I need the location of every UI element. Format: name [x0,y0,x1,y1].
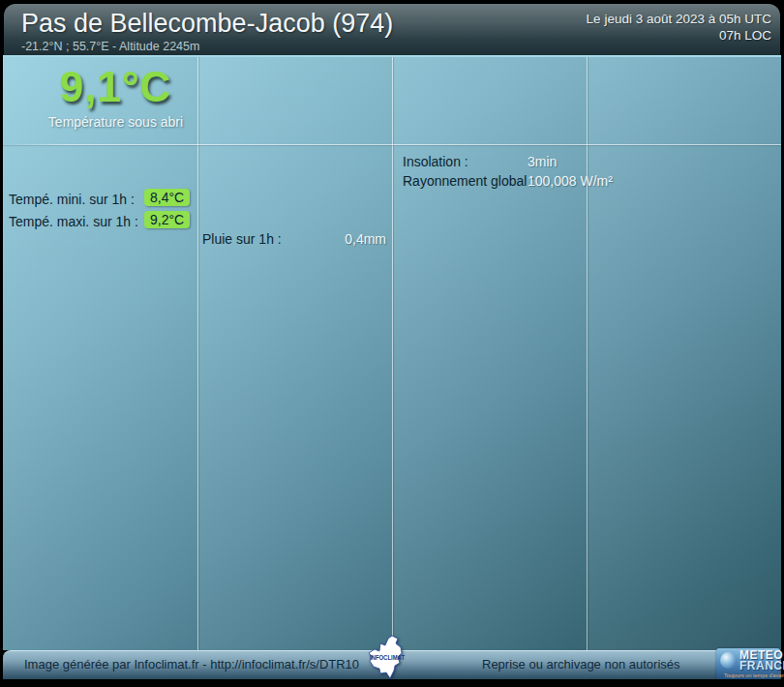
temp-max-value: 9,2°C [144,211,190,228]
temp-min-label: Tempé. mini. sur 1h : [9,192,135,207]
infoclimat-logo: INFOCLIMAT [366,634,410,680]
insolation-value: 3min [528,154,557,169]
credit-text: Image générée par Infoclimat.fr - http:/… [24,657,359,672]
grid-vline-1 [197,57,198,650]
rain-1h-label: Pluie sur 1h : [202,231,282,247]
meteo-france-line2: FRANCE [739,661,784,672]
radiation-value: 100,008 W/m² [528,173,613,189]
grid-hline-1 [3,144,781,145]
rain-1h-value: 0,4mm [293,231,386,247]
datetime-block: Le jeudi 3 août 2023 à 05h UTC 07h LOC [587,11,771,44]
grid-column-1 [3,57,197,650]
weather-station-image: Pas de Bellecombe-Jacob (974) -21.2°N ; … [0,0,784,687]
header-bar: Pas de Bellecombe-Jacob (974) -21.2°N ; … [4,4,780,55]
current-temperature-value: 9,1°C [16,63,215,111]
current-temperature-block: 9,1°C Température sous abri [16,63,215,130]
globe-icon [720,652,737,669]
station-coordinates: -21.2°N ; 55.7°E - Altitude 2245m [21,40,199,53]
temp-min-value: 8,4°C [144,189,190,206]
meteo-france-name: METEO FRANCE [739,650,784,672]
data-grid: 9,1°C Température sous abri Tempé. mini.… [3,57,781,650]
insolation-label: Insolation : [403,154,468,169]
copyright-notice: Reprise ou archivage non autorisés [482,657,680,672]
grid-column-3 [392,57,587,650]
grid-column-4 [587,57,781,650]
infoclimat-logo-text: INFOCLIMAT [370,654,405,661]
meteo-france-slogan: Toujours un temps d'avance [724,672,784,678]
current-temperature-label: Température sous abri [16,114,215,130]
station-title: Pas de Bellecombe-Jacob (974) [21,9,393,39]
radiation-label: Rayonnement global : [403,173,534,189]
datetime-local: 07h LOC [587,27,771,44]
datetime-utc: Le jeudi 3 août 2023 à 05h UTC [587,11,771,27]
france-map-icon: INFOCLIMAT [366,634,410,680]
grid-column-2 [197,57,392,650]
meteo-france-logo: METEO FRANCE Toujours un temps d'avance [716,648,780,679]
grid-vline-3 [587,57,588,650]
grid-vline-2 [392,57,393,650]
temp-max-label: Tempé. maxi. sur 1h : [9,214,138,229]
